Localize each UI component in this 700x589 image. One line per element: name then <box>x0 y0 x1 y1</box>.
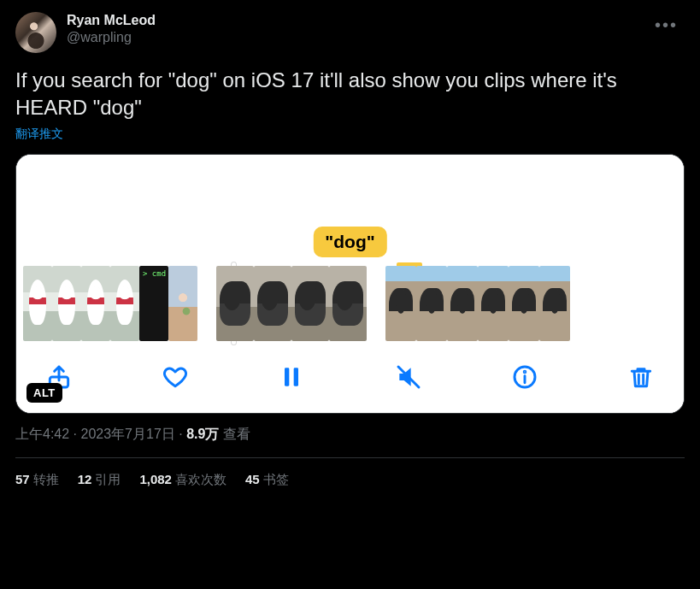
clip-frame <box>81 266 110 341</box>
avatar[interactable] <box>15 12 56 53</box>
clip-frame <box>385 266 416 341</box>
clip-frame <box>168 266 197 341</box>
author-name[interactable]: Ryan McLeod <box>67 12 156 29</box>
more-icon[interactable]: ••• <box>648 12 685 38</box>
clip-frame <box>291 266 329 341</box>
author-handle[interactable]: @warpling <box>67 29 156 46</box>
translate-link[interactable]: 翻译推文 <box>15 127 685 142</box>
tweet-date[interactable]: 2023年7月17日 <box>80 427 174 441</box>
clip-frame <box>139 266 168 341</box>
tweet-meta: 上午4:42 · 2023年7月17日 · 8.9万 查看 <box>15 426 685 444</box>
tweet-header: Ryan McLeod @warpling ••• <box>15 12 685 53</box>
clip-group-3[interactable] <box>385 266 570 341</box>
retweets-stat[interactable]: 57转推 <box>15 472 59 488</box>
svg-rect-2 <box>294 368 298 386</box>
tweet-container: Ryan McLeod @warpling ••• If you search … <box>0 0 700 488</box>
bookmarks-stat[interactable]: 45书签 <box>245 472 289 488</box>
alt-badge[interactable]: ALT <box>26 383 62 403</box>
clip-frame <box>52 266 81 341</box>
info-icon[interactable] <box>509 362 540 392</box>
clip-timeline[interactable] <box>16 266 684 346</box>
media-attachment[interactable]: "dog" <box>15 154 685 414</box>
pause-icon[interactable] <box>276 362 307 392</box>
tweet-time[interactable]: 上午4:42 <box>15 427 69 441</box>
mute-icon[interactable] <box>393 362 424 392</box>
clip-group-2[interactable] <box>216 266 367 341</box>
search-term-chip: "dog" <box>313 227 386 257</box>
clip-group-1[interactable] <box>23 266 197 341</box>
view-count[interactable]: 8.9万 <box>186 427 219 441</box>
quotes-stat[interactable]: 12引用 <box>78 472 121 488</box>
svg-point-6 <box>524 371 526 373</box>
clip-frame <box>329 266 367 341</box>
trash-icon[interactable] <box>626 362 656 392</box>
clip-frame <box>539 266 570 341</box>
heart-icon[interactable] <box>160 362 191 392</box>
clip-frame <box>216 266 254 341</box>
clip-frame <box>447 266 478 341</box>
clip-frame <box>254 266 291 341</box>
clip-frame <box>110 266 139 341</box>
likes-stat[interactable]: 1,082喜欢次数 <box>139 472 226 488</box>
clip-frame <box>23 266 52 341</box>
author-block: Ryan McLeod @warpling <box>67 12 156 46</box>
svg-rect-1 <box>285 368 289 386</box>
clip-frame <box>416 266 447 341</box>
media-whitespace: "dog" <box>16 155 684 266</box>
clip-frame <box>509 266 539 341</box>
view-label: 查看 <box>219 427 250 441</box>
clip-frame <box>478 266 509 341</box>
media-toolbar <box>16 346 684 413</box>
tweet-text: If you search for "dog" on iOS 17 it'll … <box>15 67 685 121</box>
tweet-stats: 57转推 12引用 1,082喜欢次数 45书签 <box>15 458 685 488</box>
